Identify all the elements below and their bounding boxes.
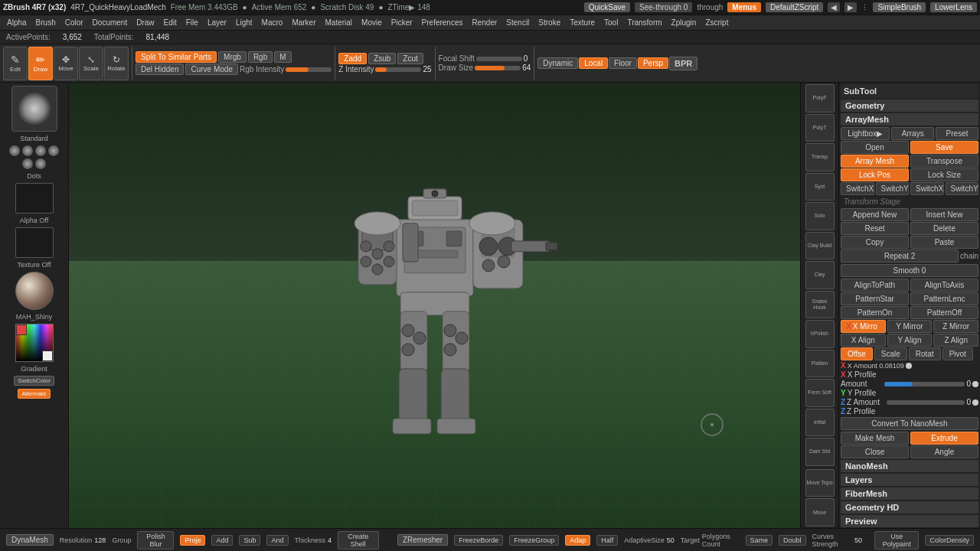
smooth-btn[interactable]: Smooth 0: [841, 264, 978, 277]
add-btn[interactable]: Add: [211, 535, 233, 546]
solo-btn[interactable]: Solo: [805, 202, 835, 230]
move-btn[interactable]: ✥ Move: [54, 47, 78, 80]
delete-btn[interactable]: Delete: [910, 222, 978, 235]
geometry-hd-section[interactable]: Geometry HD: [841, 501, 978, 514]
scale-btn[interactable]: ⤡ Scale: [79, 47, 103, 80]
zremesher-btn[interactable]: ZRemesher: [397, 534, 448, 546]
create-shell-btn[interactable]: Create Shell: [338, 531, 379, 549]
open-btn[interactable]: Open: [841, 141, 909, 154]
extrude-btn[interactable]: Extrude: [910, 432, 978, 445]
repeat2-btn[interactable]: Repeat 2: [841, 249, 959, 262]
use-polypaint-btn[interactable]: Use Polypaint: [874, 531, 920, 549]
menu-texture[interactable]: Texture: [566, 18, 599, 28]
brush-preview[interactable]: [11, 86, 57, 132]
menu-alpha[interactable]: Alpha: [3, 18, 31, 28]
del-hidden-btn[interactable]: Del Hidden: [136, 64, 184, 75]
lowerlens-btn[interactable]: LowerLens: [930, 2, 977, 12]
draw-size-slider[interactable]: [475, 66, 521, 70]
nanomesh-section[interactable]: NanoMesh: [841, 460, 978, 472]
rgb-btn[interactable]: Rgb: [248, 51, 273, 63]
menu-zplugin[interactable]: Zplugin: [668, 18, 701, 28]
clay-btn[interactable]: Clay: [805, 261, 835, 289]
pattern-off-btn[interactable]: PatternOff: [910, 306, 978, 319]
rotate-btn[interactable]: ↻ Rotate: [104, 47, 129, 80]
switchy2-btn[interactable]: SwitchY: [946, 182, 979, 195]
fibermesh-section[interactable]: FiberMesh: [841, 487, 978, 500]
menu-document[interactable]: Document: [89, 18, 132, 28]
lightbox-btn[interactable]: Lightbox▶: [841, 127, 890, 140]
mirror-y-btn[interactable]: Y Mirror: [887, 320, 933, 333]
arrays-btn[interactable]: Arrays: [891, 127, 934, 140]
rotat-btn[interactable]: Rotat: [909, 347, 941, 360]
offset-btn[interactable]: Offse: [841, 347, 873, 360]
and-btn[interactable]: And: [266, 535, 288, 546]
menu-file[interactable]: File: [182, 18, 202, 28]
canvas-area[interactable]: [69, 83, 800, 528]
z-amount-slider[interactable]: [887, 400, 965, 405]
save-panel-btn[interactable]: Save: [910, 141, 978, 154]
append-new-btn[interactable]: Append New: [841, 208, 909, 221]
menu-brush[interactable]: Brush: [32, 18, 60, 28]
switchx1-btn[interactable]: SwitchX: [841, 182, 874, 195]
menu-edit[interactable]: Edit: [160, 18, 181, 28]
arraymesh-section[interactable]: ArrayMesh: [841, 113, 978, 126]
align-path-btn[interactable]: AlignToPath: [841, 279, 909, 292]
freeze-groups-btn[interactable]: FreezeGroup: [509, 535, 559, 546]
z-align-btn[interactable]: Z Align: [933, 334, 978, 347]
menu-preferences[interactable]: Preferences: [418, 18, 467, 28]
menu-draw[interactable]: Draw: [132, 18, 158, 28]
color-density-btn[interactable]: ColorDensity: [925, 535, 974, 546]
flatten-btn[interactable]: Flatten: [805, 350, 835, 378]
mirror-z-btn[interactable]: Z Mirror: [933, 320, 978, 333]
persp-btn[interactable]: Persp: [638, 57, 668, 69]
syst-btn[interactable]: Syst: [805, 173, 835, 201]
switch-color-btn[interactable]: SwitchColor: [14, 376, 54, 386]
geometry-section[interactable]: Geometry: [841, 99, 978, 112]
dynamesh-btn[interactable]: DynaMesh: [6, 534, 54, 546]
menu-movie[interactable]: Movie: [358, 18, 386, 28]
copy-btn[interactable]: Copy: [841, 236, 909, 249]
damstandard-btn[interactable]: Dam Std: [805, 438, 835, 466]
menu-zscript[interactable]: Zscript: [701, 18, 732, 28]
make-mesh-btn[interactable]: Make Mesh: [841, 432, 909, 445]
proje-btn[interactable]: Proje: [180, 535, 205, 546]
half-btn[interactable]: Half: [596, 535, 618, 546]
move-topologize-btn[interactable]: Move Topo: [805, 469, 835, 497]
texture-preview[interactable]: [15, 227, 54, 258]
floor-btn[interactable]: Floor: [609, 57, 637, 69]
menu-layer[interactable]: Layer: [204, 18, 230, 28]
color-swatch[interactable]: [15, 324, 54, 362]
alternate-btn[interactable]: Alternate: [18, 389, 50, 399]
x-amount-dot[interactable]: [906, 363, 912, 369]
snakehook-btn[interactable]: Snake Hook: [805, 291, 835, 319]
edit-btn[interactable]: ✎ Edit: [3, 47, 28, 80]
color-bg[interactable]: [42, 350, 53, 361]
menu-render[interactable]: Render: [469, 18, 501, 28]
y-amount-slider[interactable]: [884, 382, 965, 386]
paste-btn[interactable]: Paste: [910, 236, 978, 249]
close-btn[interactable]: Close: [841, 445, 909, 458]
menu-marker[interactable]: Marker: [288, 18, 319, 28]
array-mesh-btn[interactable]: Array Mesh: [841, 155, 909, 168]
menu-color[interactable]: Color: [61, 18, 87, 28]
zadd-btn[interactable]: Zadd: [338, 53, 367, 64]
move-btn2[interactable]: Move: [805, 498, 835, 527]
same-btn[interactable]: Same: [746, 535, 773, 546]
z-amount-dot[interactable]: [972, 399, 978, 406]
menu-stroke[interactable]: Stroke: [534, 18, 564, 28]
z-intensity-slider[interactable]: [375, 67, 421, 72]
claybuildup-btn[interactable]: Clay Build: [805, 232, 835, 260]
defaultscript-btn[interactable]: DefaultZScript: [766, 2, 823, 12]
arrow-right-btn[interactable]: ▶: [844, 2, 857, 12]
lock-pos-btn[interactable]: Lock Pos: [841, 168, 909, 181]
transpose-btn[interactable]: Transpose: [910, 155, 978, 168]
y-align-btn[interactable]: Y Align: [887, 334, 933, 347]
pattern-star-btn[interactable]: PatternStar: [841, 292, 909, 305]
color-fg[interactable]: [16, 324, 27, 335]
switchy1-btn[interactable]: SwitchY: [876, 182, 910, 195]
curve-mode-btn[interactable]: Curve Mode: [185, 64, 237, 75]
draw-btn[interactable]: ✏ Draw: [28, 47, 53, 80]
pattern-on-btn[interactable]: PatternOn: [841, 306, 909, 319]
polyf-btn[interactable]: PolyF: [805, 84, 835, 112]
insert-new-btn[interactable]: Insert New: [910, 208, 978, 221]
